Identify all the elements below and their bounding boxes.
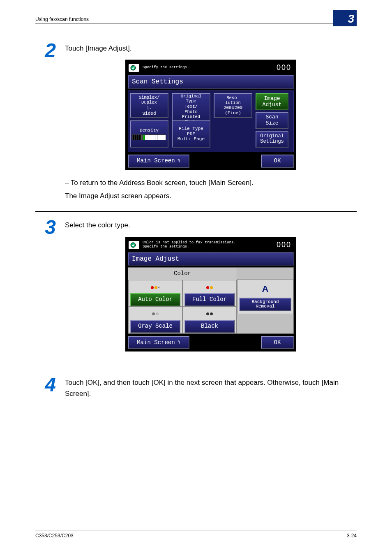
image-adjust-button[interactable]: Image Adjust [256, 93, 288, 110]
footer-model: C353/C253/C203 [35, 533, 74, 539]
step-4-number: 4 [35, 375, 65, 399]
resolution-button[interactable]: Reso- lution 200x200 (Fine) [214, 93, 252, 118]
scan-settings-screen: Specify the settings. 000 Scan Settings … [125, 60, 296, 170]
density-indicator [132, 134, 166, 140]
background-removal-button[interactable]: A Background Removal [237, 279, 293, 314]
chapter-badge: 3 [333, 10, 357, 26]
letter-a-icon: A [262, 282, 269, 296]
main-screen-button[interactable]: Main Screen ↰ [128, 155, 189, 168]
step-3-number: 3 [35, 217, 65, 359]
step-3-text: Select the color type. [65, 220, 357, 231]
main-screen-button[interactable]: Main Screen ↰ [128, 336, 189, 349]
step-2-note-2: The Image Adjust screen appears. [65, 191, 357, 201]
step-2-text: Touch [Image Adjust]. [65, 43, 357, 54]
running-header: Using fax/scan functions [35, 16, 89, 22]
svg-point-1 [131, 243, 136, 247]
ok-button[interactable]: OK [261, 336, 294, 349]
step-2-number: 2 [35, 41, 65, 201]
ok-button[interactable]: OK [261, 155, 294, 168]
status-message: Specify the settings. [143, 66, 273, 70]
color-header: Color [128, 268, 237, 280]
file-type-button[interactable]: File Type PDF Multi Page [172, 120, 210, 148]
return-icon: ↰ [178, 157, 180, 165]
density-button[interactable]: Density [130, 120, 168, 148]
image-adjust-screen: Color is not applied to fax transmission… [125, 237, 296, 352]
status-icon [129, 64, 139, 72]
svg-point-0 [131, 65, 136, 70]
auto-color-button[interactable]: ↘ Auto Color [128, 280, 182, 307]
full-color-button[interactable]: Full Color [182, 280, 237, 307]
counter: 000 [277, 239, 291, 251]
screen-title: Image Adjust [128, 252, 294, 266]
divider [35, 369, 357, 369]
return-icon: ↰ [178, 339, 180, 347]
step-4-text: Touch [OK], and then touch [OK] in the n… [65, 377, 357, 399]
status-icon [129, 241, 139, 249]
divider [35, 211, 357, 212]
original-type-button[interactable]: Original Type Text/ Photo Printed Photo [172, 93, 210, 125]
black-button[interactable]: Black [182, 307, 237, 333]
simplex-duplex-button[interactable]: Simplex/ Duplex 1- Sided [130, 93, 168, 118]
screen-title: Scan Settings [128, 75, 294, 89]
original-settings-button[interactable]: Original Settings [256, 131, 288, 148]
footer-page: 3-24 [347, 533, 357, 539]
scan-size-button[interactable]: Scan Size [256, 112, 288, 129]
status-message: Color is not applied to fax transmission… [143, 241, 273, 249]
step-2-note-1: – To return to the Address Book screen, … [65, 178, 357, 188]
gray-scale-button[interactable]: Gray Scale [128, 307, 182, 333]
counter: 000 [277, 62, 291, 74]
